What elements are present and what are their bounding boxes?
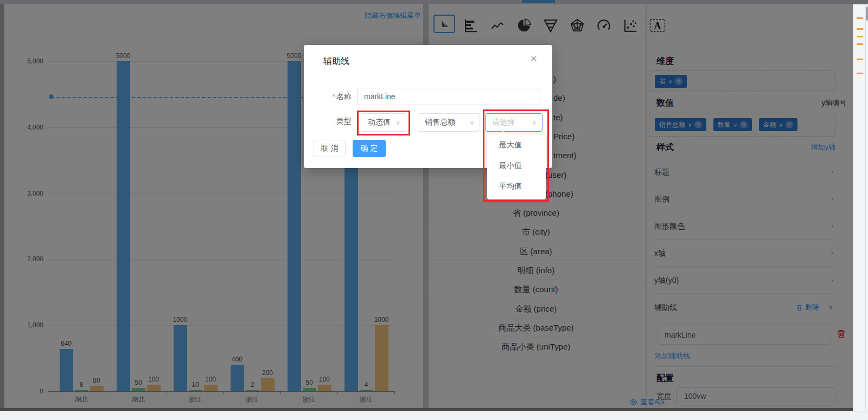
chevron-down-icon: ∨ bbox=[470, 119, 474, 126]
chevron-up-icon: ∧ bbox=[532, 119, 537, 126]
aggregation-options-popup: 最大值 最小值 平均值 bbox=[487, 134, 546, 199]
scroll-marker bbox=[857, 36, 863, 37]
option-avg[interactable]: 平均值 bbox=[487, 176, 546, 196]
vertical-scrollbar[interactable] bbox=[853, 4, 868, 411]
horizontal-scrollbar[interactable] bbox=[0, 411, 868, 420]
modal-overlay bbox=[853, 0, 868, 4]
type-label: 类型 bbox=[318, 117, 352, 126]
scrollbar-divider bbox=[865, 4, 866, 411]
required-asterisk: * bbox=[333, 92, 335, 101]
measure-select-value: 销售总额 bbox=[425, 118, 455, 127]
markline-name-input[interactable] bbox=[357, 88, 539, 105]
confirm-button[interactable]: 确 定 bbox=[353, 140, 386, 157]
app-root: 隐藏右侧编辑菜单 01,0002,0003,0004,0005,000湖北湖北浙… bbox=[0, 0, 868, 420]
option-min[interactable]: 最小值 bbox=[487, 155, 546, 176]
name-label: *名称 bbox=[318, 92, 352, 102]
scroll-marker bbox=[857, 28, 863, 30]
chevron-down-icon: ∨ bbox=[396, 119, 400, 126]
scroll-marker bbox=[857, 73, 863, 74]
option-max[interactable]: 最大值 bbox=[487, 134, 546, 155]
dialog-title: 辅助线 bbox=[323, 56, 349, 67]
aggregation-placeholder: 请选择 bbox=[492, 118, 515, 127]
cancel-button[interactable]: 取 消 bbox=[314, 140, 346, 157]
aggregation-select[interactable]: 请选择 ∧ bbox=[485, 113, 542, 132]
scroll-marker bbox=[857, 59, 863, 60]
measure-select[interactable]: 销售总额 ∨ bbox=[418, 113, 480, 132]
scroll-marker bbox=[857, 43, 863, 45]
close-icon[interactable]: × bbox=[531, 53, 537, 65]
type-select-value: 动态值 bbox=[368, 118, 391, 127]
scrollbar-thumb[interactable] bbox=[866, 7, 868, 21]
scroll-marker bbox=[857, 17, 863, 19]
type-select[interactable]: 动态值 ∨ bbox=[361, 113, 406, 132]
